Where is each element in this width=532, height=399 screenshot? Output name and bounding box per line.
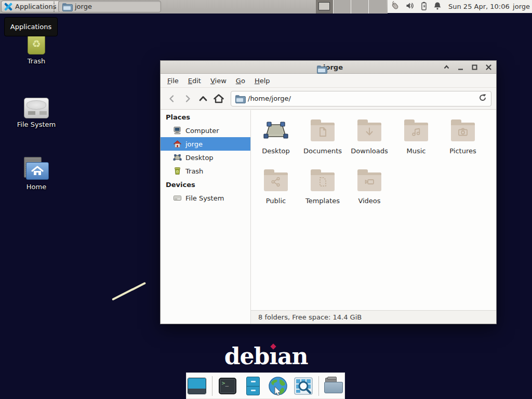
cursor-trail-artifact xyxy=(112,282,146,301)
logo-text: an xyxy=(277,343,308,369)
folder-label: Videos xyxy=(358,197,380,205)
applications-tooltip: Applications xyxy=(4,17,58,36)
sidebar-item-filesystem[interactable]: File System xyxy=(161,191,250,205)
panel-clock[interactable]: Sun 25 Apr, 10:06 xyxy=(448,0,510,14)
menu-view[interactable]: View xyxy=(206,75,231,87)
file-cabinet-icon xyxy=(246,377,260,395)
menu-go[interactable]: Go xyxy=(231,75,250,87)
menu-help[interactable]: Help xyxy=(250,75,275,87)
system-tray xyxy=(389,0,442,14)
folder-item-public[interactable]: Public xyxy=(252,166,299,216)
music-notes-icon xyxy=(410,126,422,138)
places-header: Places xyxy=(161,111,250,124)
house-glyph-icon xyxy=(31,166,44,176)
desktop-icon-label: Home xyxy=(8,183,65,191)
desktop-icon-label: Trash xyxy=(8,57,65,65)
sidebar-item-trash[interactable]: ♻ Trash xyxy=(161,164,250,178)
notifications-bell-icon[interactable] xyxy=(433,2,442,12)
workspace-1[interactable] xyxy=(316,0,334,14)
dock-directory-menu-button[interactable] xyxy=(324,376,344,396)
folder-label: Pictures xyxy=(449,147,476,155)
drive-icon xyxy=(173,194,182,202)
folder-item-templates[interactable]: Templates xyxy=(299,166,346,216)
taskbar-window-label: jorge xyxy=(75,3,92,10)
applications-menu-label: Applications xyxy=(15,3,56,10)
folder-label: Documents xyxy=(303,147,342,155)
folder-icon xyxy=(324,378,344,394)
application-finder-icon xyxy=(294,377,313,395)
sidebar-item-desktop[interactable]: Desktop xyxy=(161,151,250,164)
window-icon xyxy=(188,378,206,394)
up-button[interactable] xyxy=(196,91,210,106)
window-folder-icon xyxy=(62,3,72,10)
minimize-button[interactable] xyxy=(457,64,464,71)
back-button[interactable] xyxy=(165,91,179,106)
file-manager-window: jorge File Edit View Go Help xyxy=(160,60,497,324)
panel-user-menu[interactable]: jorge xyxy=(513,0,530,14)
taskbar-window-button[interactable]: jorge xyxy=(58,1,161,12)
applications-menu-button[interactable]: Applications xyxy=(1,1,61,12)
desktop-icon-home[interactable]: Home xyxy=(8,153,65,191)
volume-icon[interactable] xyxy=(406,2,415,12)
logo-text: deb xyxy=(224,343,270,369)
folder-item-videos[interactable]: Videos xyxy=(346,166,393,216)
trash-icon: ♻ xyxy=(173,167,182,175)
file-grid: Desktop Documents xyxy=(251,110,496,310)
workspace-3[interactable] xyxy=(351,0,369,14)
video-camera-icon xyxy=(364,176,375,188)
sidebar-item-label: Desktop xyxy=(185,154,214,162)
dock-window-button[interactable] xyxy=(187,376,207,396)
desktop-icon xyxy=(173,153,182,162)
folder-item-music[interactable]: Music xyxy=(393,116,440,166)
template-document-icon xyxy=(317,176,328,188)
workspace-window-thumbnail xyxy=(318,2,330,10)
folder-label: Templates xyxy=(305,197,340,205)
dock-file-manager-button[interactable] xyxy=(243,376,263,396)
dock-app-finder-button[interactable] xyxy=(293,376,314,396)
sidebar-item-label: jorge xyxy=(185,140,203,148)
menu-file[interactable]: File xyxy=(163,75,183,87)
folder-label: Public xyxy=(266,197,286,205)
dock-separator xyxy=(212,376,212,396)
folder-item-desktop[interactable]: Desktop xyxy=(252,116,299,166)
svg-text:♻: ♻ xyxy=(176,170,179,174)
mouse-settings-icon[interactable] xyxy=(390,1,400,13)
location-bar[interactable]: /home/jorge/ xyxy=(231,91,491,107)
close-button[interactable] xyxy=(485,64,492,71)
location-path[interactable]: /home/jorge/ xyxy=(248,95,475,102)
folder-label: Music xyxy=(407,147,426,155)
sidebar-item-home[interactable]: jorge xyxy=(161,137,250,151)
hard-drive-icon xyxy=(24,98,49,118)
dock-terminal-button[interactable]: >_ xyxy=(217,376,238,396)
workspace-2[interactable] xyxy=(334,0,351,14)
camera-icon xyxy=(457,126,469,138)
shade-button[interactable] xyxy=(443,64,450,71)
folder-label: Desktop xyxy=(262,147,290,155)
desktop-icon-filesystem[interactable]: File System xyxy=(8,90,65,128)
forward-button[interactable] xyxy=(181,91,194,106)
maximize-button[interactable] xyxy=(471,64,478,71)
top-panel: Applications jorge xyxy=(0,0,532,14)
location-folder-icon xyxy=(235,95,244,102)
battery-icon[interactable] xyxy=(420,2,428,12)
folder-item-pictures[interactable]: Pictures xyxy=(440,116,486,166)
desktop-special-icon xyxy=(263,118,289,143)
folder-item-downloads[interactable]: Downloads xyxy=(346,116,393,166)
dock-separator xyxy=(318,376,319,396)
menu-edit[interactable]: Edit xyxy=(183,75,206,87)
folder-item-documents[interactable]: Documents xyxy=(299,116,346,166)
workspace-switcher[interactable] xyxy=(316,0,387,14)
sidebar: Places Computer jorge xyxy=(161,110,251,324)
dock-web-browser-button[interactable] xyxy=(268,376,289,396)
sidebar-item-computer[interactable]: Computer xyxy=(161,124,250,137)
workspace-4[interactable] xyxy=(369,0,387,14)
home-button[interactable] xyxy=(212,91,225,106)
reload-button[interactable] xyxy=(478,94,487,104)
sidebar-item-label: File System xyxy=(185,194,224,202)
computer-icon xyxy=(173,126,182,135)
toolbar: /home/jorge/ xyxy=(161,88,496,110)
file-pane: Desktop Documents xyxy=(251,110,496,324)
bottom-dock: >_ xyxy=(186,373,345,399)
titlebar[interactable]: jorge xyxy=(161,61,496,74)
panel-handle[interactable] xyxy=(54,2,55,12)
